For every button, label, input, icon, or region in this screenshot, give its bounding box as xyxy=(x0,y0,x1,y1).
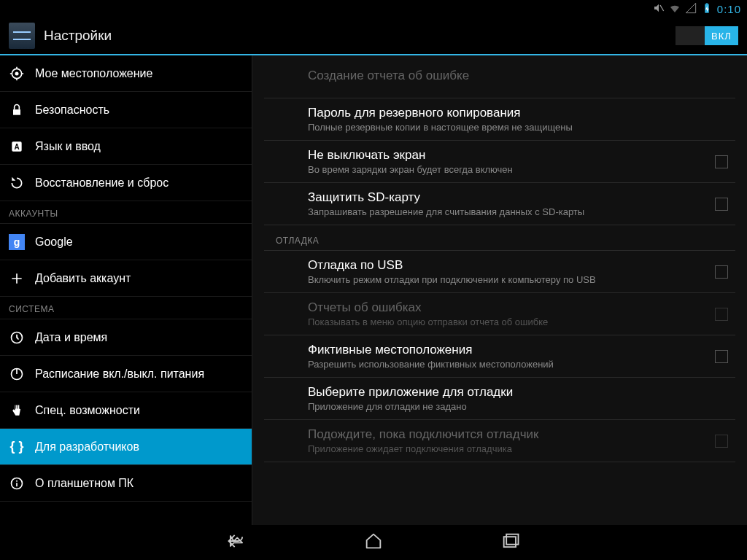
braces-icon: { } xyxy=(9,439,25,455)
restore-icon xyxy=(9,175,25,191)
pref-subtitle: Разрешить использование фиктивных местоп… xyxy=(308,359,724,370)
sidebar-section-accounts: АККАУНТЫ xyxy=(0,201,252,224)
sidebar-item-label: Расписание вкл./выкл. питания xyxy=(35,368,204,381)
pref-title: Пароль для резервного копирования xyxy=(308,106,724,120)
pref-subtitle: Показывать в меню опцию отправки отчета … xyxy=(308,316,724,327)
sidebar-item-add-account[interactable]: Добавить аккаунт xyxy=(0,260,252,297)
checkbox[interactable] xyxy=(715,308,728,321)
sidebar-item-label: Язык и ввод xyxy=(35,140,101,153)
sidebar-item-date-time[interactable]: Дата и время xyxy=(0,319,252,356)
lock-icon xyxy=(9,102,25,118)
pref-stay-awake[interactable]: Не выключать экран Во время зарядки экра… xyxy=(264,141,735,183)
target-icon xyxy=(9,66,25,82)
sidebar-item-backup-reset[interactable]: Восстановление и сброс xyxy=(0,165,252,201)
sidebar-section-system: СИСТЕМА xyxy=(0,297,252,319)
pref-title: Не выключать экран xyxy=(308,148,724,163)
sidebar-item-power-schedule[interactable]: Расписание вкл./выкл. питания xyxy=(0,356,252,392)
pref-title: Отладка по USB xyxy=(308,258,724,273)
checkbox[interactable] xyxy=(715,350,728,363)
sidebar-item-location[interactable]: Мое местоположение xyxy=(0,55,252,92)
mute-icon xyxy=(653,2,665,16)
nav-home-button[interactable] xyxy=(349,526,398,559)
pref-backup-password[interactable]: Пароль для резервного копирования Полные… xyxy=(264,98,735,141)
svg-rect-5 xyxy=(13,109,20,115)
pref-title: Защитить SD-карту xyxy=(308,190,724,205)
svg-text:A: A xyxy=(14,143,19,151)
svg-line-0 xyxy=(660,5,664,11)
nav-back-button[interactable] xyxy=(212,526,261,559)
sidebar-item-google[interactable]: g Google xyxy=(0,224,252,260)
pref-subtitle: Приложение ожидает подключения отладчика xyxy=(308,443,724,454)
pref-wait-for-debugger[interactable]: Подождите, пока подключится отладчик При… xyxy=(264,420,735,462)
sidebar-item-label: Добавить аккаунт xyxy=(35,272,131,285)
checkbox[interactable] xyxy=(715,198,728,211)
pref-title: Подождите, пока подключится отладчик xyxy=(308,427,724,442)
checkbox[interactable] xyxy=(715,265,728,279)
toggle-on-label: ВКЛ xyxy=(705,26,738,45)
pref-mock-locations[interactable]: Фиктивные местоположения Разрешить испол… xyxy=(264,335,735,378)
sidebar-item-label: Дата и время xyxy=(35,331,107,344)
sidebar-item-about-tablet[interactable]: О планшетном ПК xyxy=(0,465,252,502)
page-title: Настройки xyxy=(44,28,676,44)
developer-options-toggle[interactable]: ВКЛ xyxy=(676,26,738,45)
system-nav-bar xyxy=(0,525,747,560)
pref-title: Выберите приложение для отладки xyxy=(308,385,724,400)
sidebar-item-label: Восстановление и сброс xyxy=(35,176,169,190)
svg-rect-14 xyxy=(506,534,518,545)
plus-icon xyxy=(9,271,25,287)
section-debugging: ОТЛАДКА xyxy=(264,225,735,251)
info-icon xyxy=(9,475,25,491)
sidebar-item-label: Мое местоположение xyxy=(35,67,152,80)
pref-subtitle: Включить режим отладки при подключении к… xyxy=(308,274,724,285)
sidebar-item-label: Для разработчиков xyxy=(35,440,139,454)
checkbox[interactable] xyxy=(715,155,728,168)
developer-options-pane: Создание отчета об ошибке Пароль для рез… xyxy=(252,55,747,525)
pref-title: Отчеты об ошибках xyxy=(308,300,724,315)
pref-usb-debugging[interactable]: Отладка по USB Включить режим отладки пр… xyxy=(264,251,735,293)
pref-title: Создание отчета об ошибке xyxy=(308,69,724,83)
wifi-icon xyxy=(669,2,681,16)
pref-subtitle: Полные резервные копии в настоящее время… xyxy=(308,122,724,133)
hand-icon xyxy=(9,402,25,419)
checkbox[interactable] xyxy=(715,435,728,448)
sidebar-item-label: Спец. возможности xyxy=(35,404,140,417)
pref-subtitle: Приложение для отладки не задано xyxy=(308,401,724,412)
sidebar-item-label: О планшетном ПК xyxy=(35,477,133,490)
sidebar-item-label: Безопасность xyxy=(35,104,109,117)
pref-protect-sd[interactable]: Защитить SD-карту Запрашивать разрешение… xyxy=(264,183,735,225)
svg-rect-12 xyxy=(16,483,18,486)
svg-rect-2 xyxy=(705,3,708,4)
language-icon: A xyxy=(9,139,25,155)
pref-subtitle: Во время зарядки экран будет всегда вклю… xyxy=(308,164,724,175)
sidebar-item-security[interactable]: Безопасность xyxy=(0,92,252,128)
clock-icon xyxy=(9,330,25,346)
pref-title: Фиктивные местоположения xyxy=(308,343,724,357)
pref-bug-report-shortcut[interactable]: Отчеты об ошибках Показывать в меню опци… xyxy=(264,293,735,335)
svg-rect-13 xyxy=(504,537,516,547)
svg-point-11 xyxy=(16,480,18,481)
pref-subtitle: Запрашивать разрешение для считывания да… xyxy=(308,206,724,217)
battery-charging-icon xyxy=(701,2,713,16)
sidebar-item-label: Google xyxy=(35,236,73,249)
cell-signal-icon xyxy=(685,2,697,16)
power-schedule-icon xyxy=(9,366,25,382)
pref-select-debug-app[interactable]: Выберите приложение для отладки Приложен… xyxy=(264,378,735,420)
title-bar: Настройки ВКЛ xyxy=(0,18,747,55)
sidebar-item-accessibility[interactable]: Спец. возможности xyxy=(0,392,252,429)
pref-bug-report[interactable]: Создание отчета об ошибке xyxy=(264,55,735,98)
sidebar-item-language[interactable]: A Язык и ввод xyxy=(0,128,252,165)
status-bar: 0:10 xyxy=(0,0,747,18)
nav-recents-button[interactable] xyxy=(486,526,535,559)
google-icon: g xyxy=(9,234,25,250)
settings-app-icon xyxy=(9,23,35,49)
svg-point-3 xyxy=(15,71,19,75)
sidebar-item-developer-options[interactable]: { } Для разработчиков xyxy=(0,429,252,465)
status-clock: 0:10 xyxy=(717,3,741,15)
settings-sidebar: Мое местоположение Безопасность A Язык и… xyxy=(0,55,252,525)
